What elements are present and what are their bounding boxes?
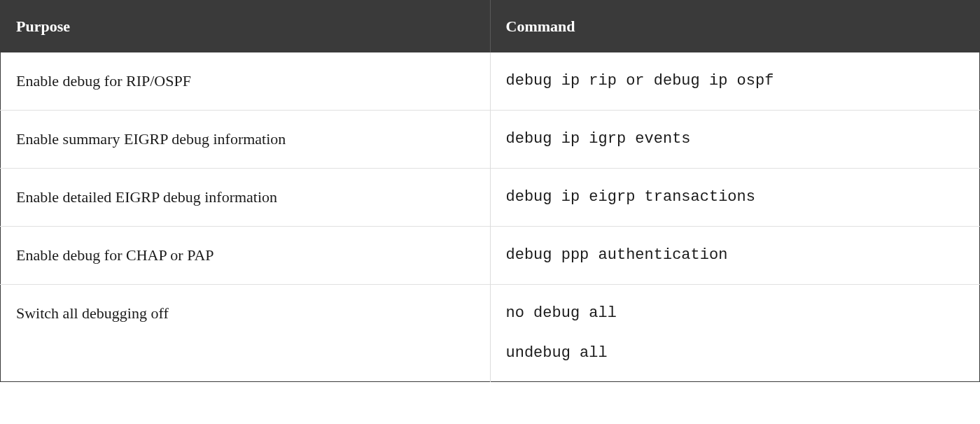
table-row: Enable debug for CHAP or PAP debug ppp a… [1,227,980,285]
table-row: Enable detailed EIGRP debug information … [1,169,980,227]
cell-command: debug ip igrp events [490,111,980,169]
cell-command: no debug all undebug all [490,285,980,382]
cell-purpose: Enable detailed EIGRP debug information [1,169,491,227]
debug-commands-table: Purpose Command Enable debug for RIP/OSP… [0,0,980,382]
command-text: debug ip igrp events [506,130,965,148]
cell-command: debug ppp authentication [490,227,980,285]
cell-command: debug ip eigrp transactions [490,169,980,227]
table-header-row: Purpose Command [1,1,980,53]
cell-purpose: Switch all debugging off [1,285,491,382]
cell-command: debug ip rip or debug ip ospf [490,52,980,111]
table-row: Enable debug for RIP/OSPF debug ip rip o… [1,52,980,111]
cell-purpose: Enable debug for RIP/OSPF [1,52,491,111]
header-purpose: Purpose [1,1,491,53]
command-text: debug ppp authentication [506,246,965,264]
command-text: no debug all [506,304,965,322]
header-command: Command [490,1,980,53]
command-text: undebug all [506,344,965,362]
command-text: debug ip eigrp transactions [506,188,965,206]
table-row: Switch all debugging off no debug all un… [1,285,980,382]
table-row: Enable summary EIGRP debug information d… [1,111,980,169]
cell-purpose: Enable debug for CHAP or PAP [1,227,491,285]
cell-purpose: Enable summary EIGRP debug information [1,111,491,169]
command-text: debug ip rip or debug ip ospf [506,72,965,90]
